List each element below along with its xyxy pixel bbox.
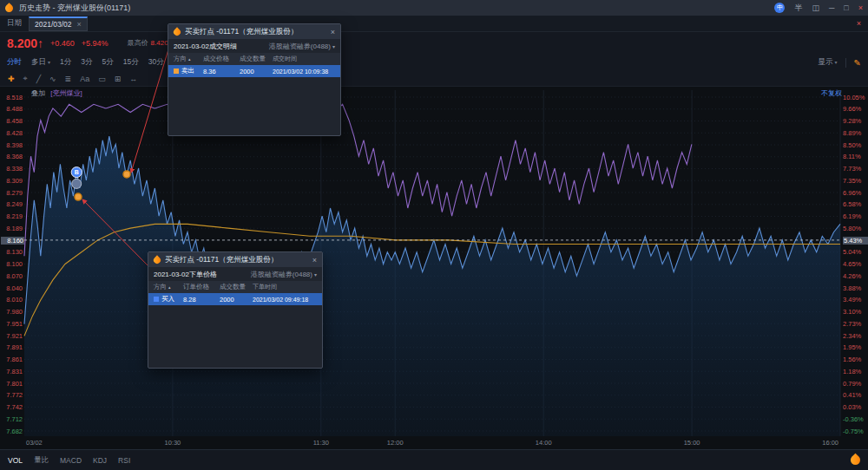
price-change-pct: +5.94%	[82, 39, 108, 48]
indicator-tab-MACD[interactable]: MACD	[60, 456, 82, 465]
chevron-down-icon: ▾	[48, 60, 50, 65]
curve-tool-icon[interactable]: ∿	[49, 75, 56, 83]
rect-tool-icon[interactable]: ▭	[98, 75, 106, 83]
col-price[interactable]: 成交价格	[203, 55, 240, 63]
date-label: 日期	[7, 18, 22, 29]
app-logo-icon	[172, 27, 181, 36]
date-tab-bar: 日期 2021/03/02 × ×	[0, 16, 868, 32]
col-price[interactable]: 订单价格	[183, 283, 220, 291]
indicator-tabs: VOL量比MACDKDJRSI	[8, 455, 130, 466]
table-header: 方向▴ 成交价格 成交数量 成交时间	[168, 53, 340, 65]
sort-asc-icon: ▴	[168, 284, 171, 290]
trade-marks-popup-executions[interactable]: 买卖打点 -01171（兖州煤业股份） × 2021-03-02成交明细 港股融…	[168, 23, 341, 136]
table-row[interactable]: 买入 8.28 2000 2021/03/02 09:49:18	[148, 293, 322, 305]
chevron-down-icon: ▾	[314, 272, 317, 277]
col-direction[interactable]: 方向▴	[154, 283, 183, 291]
popup-title-bar[interactable]: 买卖打点 -01171（兖州煤业股份） ×	[168, 24, 340, 39]
popup-title: 买卖打点 -01171（兖州煤业股份）	[165, 255, 308, 265]
sort-asc-icon: ▴	[188, 56, 191, 62]
chart-background[interactable]	[0, 87, 868, 449]
text-tool-icon[interactable]: Aa	[80, 75, 89, 83]
tab-label: 2021/03/02	[35, 20, 72, 29]
last-price: 8.200↑	[7, 36, 43, 50]
period-button-1分[interactable]: 1分	[60, 57, 71, 68]
popup-close-icon[interactable]: ×	[312, 256, 317, 264]
minimize-button[interactable]: ─	[829, 3, 834, 12]
window-title: 历史走势 - 兖州煤业股份(01171)	[19, 3, 130, 14]
tab-close-icon[interactable]: ×	[77, 20, 82, 29]
col-quantity[interactable]: 成交数量	[220, 283, 253, 291]
table-header: 方向▴ 订单价格 成交数量 下单时间	[148, 281, 322, 293]
account-dropdown[interactable]: 港股融资融券(0488)▾	[251, 270, 317, 279]
trendline-tool-icon[interactable]: ╱	[36, 75, 41, 83]
app-logo-icon	[3, 3, 15, 14]
col-direction[interactable]: 方向▴	[174, 55, 203, 63]
tool-items: ✚⌖╱∿≣Aa▭⊞↔	[8, 74, 137, 83]
popup-title: 买卖打点 -01171（兖州煤业股份）	[185, 27, 326, 37]
period-button-5分[interactable]: 5分	[102, 57, 113, 68]
period-button-30分[interactable]: 30分	[148, 57, 164, 68]
title-bar: 历史走势 - 兖州煤业股份(01171) 中 半 ◫ ─ □ ×	[0, 0, 868, 16]
app-window: 历史走势 - 兖州煤业股份(01171) 中 半 ◫ ─ □ × 日期 2021…	[0, 0, 868, 470]
fib-tool-icon[interactable]: ≣	[65, 75, 72, 83]
price-change: +0.460	[50, 39, 75, 48]
quote-bar: 8.200↑ +0.460 +5.94% 最高价8.420开盘价7.950最低价…	[0, 32, 868, 54]
popup-subtitle: 2021-03-02下单价格	[154, 270, 217, 279]
period-bar: 分时多日▾1分3分5分15分30分1小时▾2小时▾ 显示▾ ✎	[0, 54, 868, 71]
account-dropdown[interactable]: 港股融资融券(0488)▾	[269, 42, 335, 51]
trade-marks-popup-orders[interactable]: 买卖打点 -01171（兖州煤业股份） × 2021-03-02下单价格 港股融…	[148, 251, 323, 369]
close-button[interactable]: ×	[858, 3, 863, 12]
cursor-tool-icon[interactable]: ⌖	[23, 74, 28, 83]
table-row[interactable]: 卖出 8.36 2000 2021/03/02 10:09:38	[168, 65, 340, 77]
indicator-tab-RSI[interactable]: RSI	[118, 456, 130, 465]
indicator-tab-VOL[interactable]: VOL	[8, 456, 23, 465]
adjust-mode-toggle[interactable]: 不复权	[821, 88, 842, 98]
app-logo-icon	[849, 453, 863, 467]
half-screen-toggle[interactable]: 半	[794, 3, 802, 14]
app-logo-icon	[152, 255, 161, 264]
up-arrow-icon: ↑	[37, 36, 43, 50]
period-button-分时[interactable]: 分时	[7, 57, 22, 68]
popup-subtitle: 2021-03-02成交明细	[174, 42, 237, 51]
grid-tool-icon[interactable]: ⊞	[115, 75, 122, 83]
panel-close-icon[interactable]: ×	[857, 19, 861, 28]
language-toggle[interactable]: 中	[774, 3, 785, 13]
popup-close-icon[interactable]: ×	[331, 28, 335, 36]
overlay-legend[interactable]: 叠加 [兖州煤业]	[31, 88, 82, 98]
indicator-tab-KDJ[interactable]: KDJ	[93, 456, 107, 465]
draw-pen-icon[interactable]: ✎	[845, 58, 861, 68]
quote-field: 最高价8.420	[128, 38, 168, 48]
col-time[interactable]: 下单时间	[253, 283, 317, 291]
display-dropdown[interactable]: 显示▾	[819, 57, 838, 68]
maximize-button[interactable]: □	[844, 3, 848, 12]
direction-marker	[154, 297, 159, 302]
drawing-toolbar: ✚⌖╱∿≣Aa▭⊞↔	[0, 71, 868, 87]
chevron-down-icon: ▾	[332, 44, 335, 49]
indicator-tab-量比[interactable]: 量比	[34, 455, 49, 466]
col-quantity[interactable]: 成交数量	[240, 55, 273, 63]
period-button-3分[interactable]: 3分	[81, 57, 92, 68]
measure-tool-icon[interactable]: ↔	[129, 75, 137, 83]
col-time[interactable]: 成交时间	[273, 55, 335, 63]
indicator-bar: VOL量比MACDKDJRSI	[0, 449, 868, 470]
crosshair-tool-icon[interactable]: ✚	[8, 75, 15, 83]
tab-2021-03-02[interactable]: 2021/03/02 ×	[29, 16, 88, 31]
chevron-down-icon: ▾	[835, 60, 838, 65]
overlay-stock-label: [兖州煤业]	[50, 89, 82, 97]
theme-toggle-icon[interactable]: ◫	[812, 3, 819, 12]
popup-title-bar[interactable]: 买卖打点 -01171（兖州煤业股份） ×	[148, 252, 322, 267]
period-button-15分[interactable]: 15分	[123, 57, 139, 68]
direction-marker	[174, 69, 179, 74]
overlay-label: 叠加	[31, 89, 45, 97]
period-button-多日[interactable]: 多日▾	[31, 57, 50, 68]
